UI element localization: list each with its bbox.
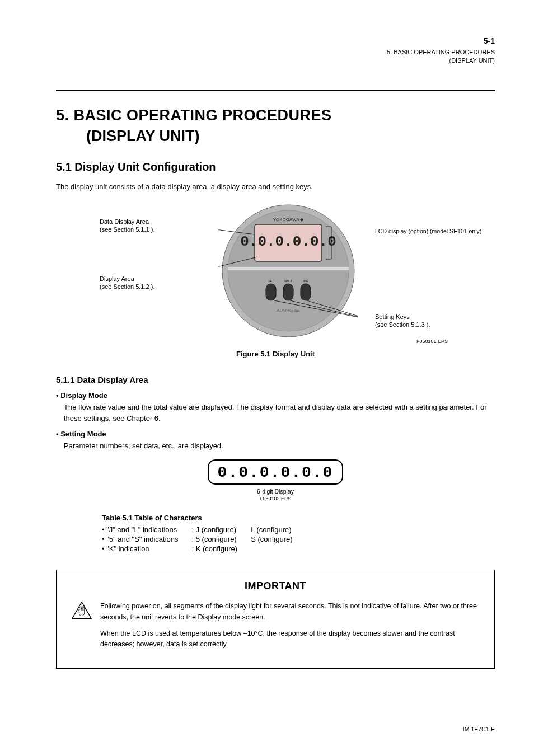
button-set: SET SHIFT INC <box>266 279 311 300</box>
table-row: • "K" indication : K (configure) <box>102 544 305 553</box>
bullet-setting-mode: • Setting Mode <box>56 430 495 438</box>
bullet-display-mode-desc: The flow rate value and the total value … <box>64 402 495 424</box>
important-title: IMPORTANT <box>71 580 480 592</box>
header-block: 5-1 5. BASIC OPERATING PROCEDURES (DISPL… <box>387 36 495 65</box>
table-row: • "5" and "S" indications : 5 (configure… <box>102 535 305 543</box>
table-5-1: Table 5.1 Table of Characters • "J" and … <box>101 513 495 554</box>
subsection-5-1-1-heading: 5.1.1 Data Display Area <box>56 375 495 384</box>
chapter-title: 5. BASIC OPERATING PROCEDURES <box>56 107 495 124</box>
svg-rect-6 <box>301 284 311 300</box>
important-p1: Following power on, all segments of the … <box>100 601 480 623</box>
six-digit-figcode: F050102.EPS <box>56 496 495 501</box>
table-row: • "J" and "L" indications : J (configure… <box>102 525 305 534</box>
callout-data-display: Data Display Area (see Section 5.1.1 ). <box>100 218 154 234</box>
chapter-subtitle: (DISPLAY UNIT) <box>86 128 495 145</box>
svg-text:INC: INC <box>303 279 308 283</box>
bullet-setting-mode-desc: Parameter numbers, set data, etc., are d… <box>64 440 495 452</box>
svg-text:SHIFT: SHIFT <box>284 279 292 283</box>
figure-5-1-caption: Figure 5.1 Display Unit <box>56 350 495 358</box>
bullet-display-mode: • Display Mode <box>56 391 495 400</box>
hand-warning-icon <box>71 601 92 622</box>
important-p2: When the LCD is used at temperatures bel… <box>100 628 480 650</box>
figure-5-1: Data Display Area (see Section 5.1.1 ). … <box>56 201 495 346</box>
six-digit-caption: 6-digit Display <box>257 488 294 495</box>
svg-rect-4 <box>266 284 276 300</box>
callout-setting-keys: Setting Keys (see Section 5.1.3 ). <box>375 313 430 329</box>
lcd-value: 0.0.0.0.0.0 <box>240 233 336 250</box>
title-rule <box>56 90 495 91</box>
page-number: 5-1 <box>387 36 495 47</box>
important-box: IMPORTANT Following power on, all segmen… <box>56 570 495 669</box>
callout-lcd-note: LCD display (option) (model SE101 only) <box>375 228 493 236</box>
device-illustration: YOKOGAWA ◆ 0.0.0.0.0.0 SET SHIFT INC ADM… <box>218 201 358 341</box>
svg-rect-5 <box>283 284 293 300</box>
header-section-ref: 5. BASIC OPERATING PROCEDURES (DISPLAY U… <box>387 48 495 65</box>
section-5-1-heading: 5.1 Display Unit Configuration <box>56 161 495 173</box>
callout-display-area: Display Area (see Section 5.1.2 ). <box>100 275 154 291</box>
six-digit-figure: 0.0.0.0.0.0 6-digit Display F050102.EPS <box>56 459 495 501</box>
footer-manual-id: IM 1E7C1-E <box>463 726 495 732</box>
brand-label: YOKOGAWA ◆ <box>273 217 305 222</box>
six-digit-display: 0.0.0.0.0.0 <box>208 459 344 485</box>
model-label: ADMAG SE <box>276 308 301 313</box>
svg-rect-2 <box>228 267 349 270</box>
svg-text:SET: SET <box>268 279 274 283</box>
table-5-1-title: Table 5.1 Table of Characters <box>102 514 305 524</box>
section-5-1-para: The display unit consists of a data disp… <box>56 181 495 193</box>
figure-code: F050101.EPS <box>416 339 448 344</box>
